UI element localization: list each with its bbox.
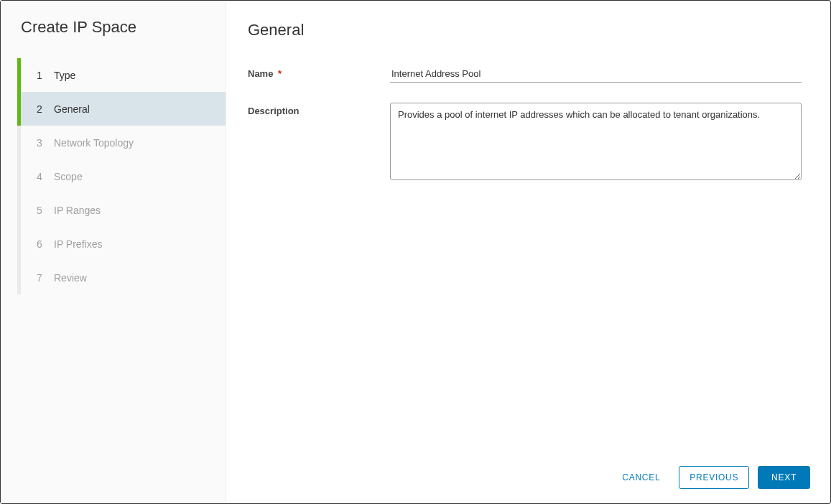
step-number: 5 [37,205,50,216]
step-number: 1 [37,70,50,81]
next-button[interactable]: NEXT [758,466,810,489]
step-number: 2 [37,103,50,115]
name-label: Name * [248,65,390,79]
step-number: 4 [37,171,50,182]
name-row: Name * [248,65,802,83]
step-scope: 4 Scope [17,159,226,193]
wizard-footer: CANCEL PREVIOUS NEXT [612,466,810,489]
wizard-main: General Name * Description CANCEL PREVIO… [226,1,830,503]
step-number: 3 [37,137,50,149]
step-label: Network Topology [54,137,134,149]
wizard-steps: 1 Type 2 General 3 Network Topology 4 Sc… [1,58,226,294]
name-input[interactable] [390,65,802,83]
description-field-wrapper [390,103,802,183]
step-label: Review [54,272,87,284]
page-title: General [248,21,802,39]
step-number: 7 [37,272,50,284]
step-label: Scope [54,171,83,182]
step-number: 6 [37,238,50,250]
description-row: Description [248,103,802,183]
step-ip-ranges: 5 IP Ranges [17,193,226,227]
step-type[interactable]: 1 Type [17,58,226,92]
step-label: IP Prefixes [54,238,102,250]
description-label: Description [248,103,390,116]
step-review: 7 Review [17,261,226,294]
step-ip-prefixes: 6 IP Prefixes [17,227,226,261]
step-network-topology: 3 Network Topology [17,126,226,159]
wizard-sidebar: Create IP Space 1 Type 2 General 3 Netwo… [1,1,226,503]
cancel-button[interactable]: CANCEL [612,467,670,488]
create-ip-space-dialog: Create IP Space 1 Type 2 General 3 Netwo… [0,0,831,504]
step-general[interactable]: 2 General [17,92,226,126]
name-field-wrapper [390,65,802,83]
step-label: Type [54,70,75,81]
required-indicator: * [278,68,282,79]
name-label-text: Name [248,68,273,79]
description-input[interactable] [390,103,802,180]
wizard-title: Create IP Space [1,18,226,37]
step-label: IP Ranges [54,205,101,216]
previous-button[interactable]: PREVIOUS [679,466,749,489]
step-label: General [54,103,90,115]
